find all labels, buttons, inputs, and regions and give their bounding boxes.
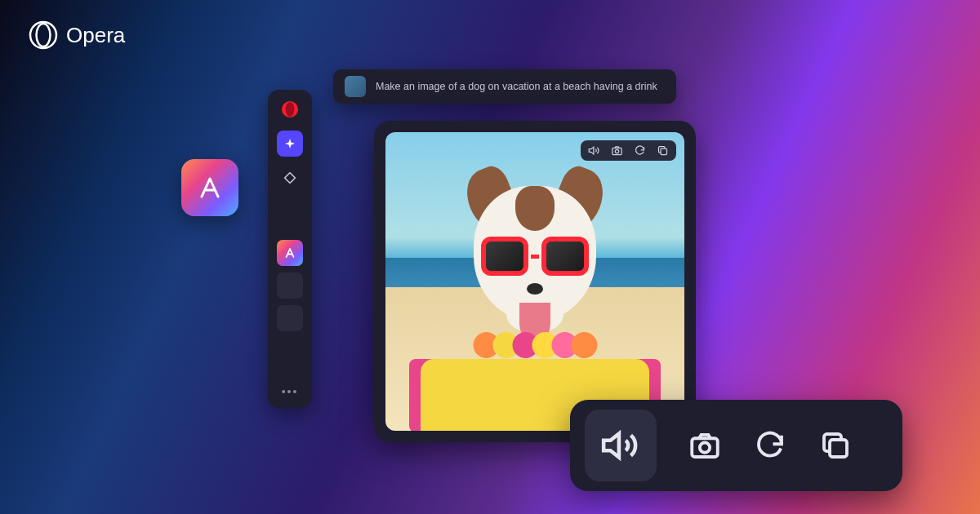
sidebar-sparkle-button[interactable]	[277, 131, 303, 157]
aria-badge[interactable]	[181, 159, 238, 216]
sidebar-aria-button[interactable]	[277, 240, 303, 266]
svg-point-9	[700, 443, 710, 453]
prompt-bar[interactable]: Make an image of a dog on vacation at a …	[333, 69, 676, 104]
prompt-text: Make an image of a dog on vacation at a …	[376, 81, 657, 92]
opera-brand-text: Opera	[66, 23, 125, 48]
sidebar-opera-icon[interactable]	[280, 100, 300, 119]
copy-button[interactable]	[818, 428, 853, 463]
aria-small-icon	[283, 246, 297, 260]
sparkle-icon	[283, 137, 296, 150]
refresh-button[interactable]	[753, 428, 787, 463]
image-toolbar-small	[581, 140, 676, 161]
svg-rect-10	[830, 440, 847, 457]
svg-point-6	[615, 149, 618, 153]
camera-button[interactable]	[688, 428, 722, 463]
dog-scene-illustration	[385, 132, 684, 431]
generated-image[interactable]	[385, 132, 684, 431]
camera-icon[interactable]	[611, 144, 623, 157]
svg-point-0	[30, 22, 56, 48]
camera-icon	[688, 428, 722, 463]
copy-icon[interactable]	[657, 144, 669, 157]
refresh-icon	[753, 428, 787, 463]
speaker-button[interactable]	[585, 410, 657, 481]
copy-icon	[818, 428, 853, 463]
svg-rect-4	[285, 173, 296, 184]
aria-icon	[194, 172, 225, 203]
opera-icon	[29, 20, 58, 50]
ellipsis-icon: •••	[282, 385, 299, 398]
svg-point-1	[37, 24, 51, 47]
sidebar-diamond-button[interactable]	[277, 165, 303, 191]
svg-rect-7	[661, 148, 667, 155]
speaker-icon[interactable]	[588, 144, 600, 157]
user-avatar	[345, 76, 366, 97]
speaker-icon	[600, 425, 641, 466]
refresh-icon[interactable]	[634, 144, 646, 157]
generated-image-card	[374, 121, 696, 442]
sidebar-empty-slot-2[interactable]	[277, 305, 303, 331]
svg-point-3	[286, 102, 295, 117]
sidebar-empty-slot-1[interactable]	[277, 273, 303, 299]
svg-rect-5	[612, 148, 621, 154]
action-toolbar	[570, 400, 902, 491]
opera-logo: Opera	[29, 20, 125, 50]
sidebar-more-button[interactable]: •••	[282, 385, 299, 398]
browser-sidebar: •••	[268, 90, 312, 408]
diamond-icon	[284, 172, 296, 184]
